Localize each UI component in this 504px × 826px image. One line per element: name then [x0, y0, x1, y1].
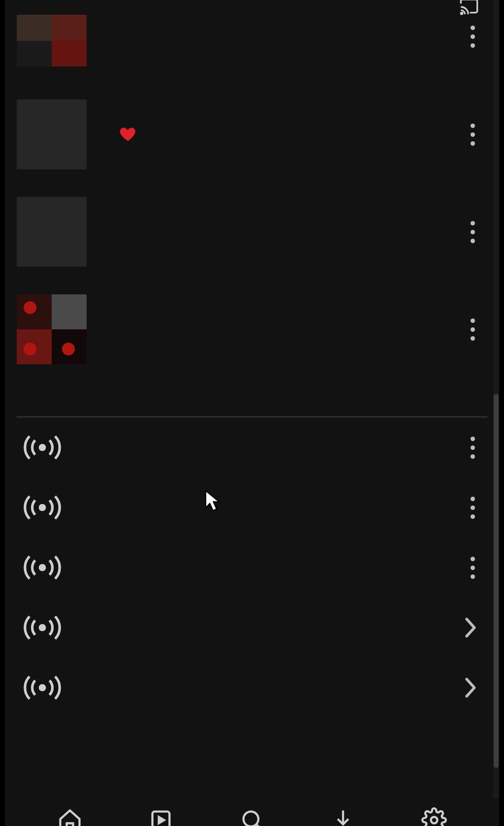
- library-item-fresh[interactable]: [17, 86, 487, 183]
- radio-icon: [22, 675, 63, 700]
- more-vertical-icon: [471, 497, 475, 519]
- svg-point-3: [39, 564, 46, 572]
- section-header-stations: [17, 406, 487, 417]
- cast-icon[interactable]: [458, 0, 480, 17]
- album-art-blank: [17, 197, 87, 267]
- radio-icon: [22, 555, 63, 580]
- more-vertical-icon: [471, 221, 475, 243]
- more-vertical-icon: [471, 26, 475, 48]
- svg-point-7: [244, 812, 258, 826]
- more-button[interactable]: [461, 17, 484, 56]
- album-art-mosaic: [17, 294, 87, 364]
- more-vertical-icon: [471, 437, 475, 459]
- nav-library[interactable]: [144, 811, 178, 826]
- chevron-right-icon: [459, 617, 482, 638]
- station-library-radio[interactable]: [17, 417, 487, 477]
- svg-point-4: [39, 624, 46, 632]
- app-screen: [5, 0, 499, 826]
- more-button[interactable]: [461, 548, 484, 587]
- more-vertical-icon: [471, 557, 475, 579]
- more-button[interactable]: [461, 115, 484, 154]
- radio-icon: [22, 435, 63, 460]
- scrollbar-thumb[interactable]: [494, 394, 499, 768]
- radio-icon: [22, 495, 63, 520]
- radio-icon: [22, 615, 63, 640]
- library-item-title: [109, 126, 438, 143]
- scrollbar-track[interactable]: [493, 0, 499, 826]
- library-item-text: [109, 17, 438, 36]
- heart-icon: [118, 126, 138, 143]
- station-time-travel-radio[interactable]: [17, 477, 487, 538]
- more-button[interactable]: [461, 488, 484, 527]
- chevron-right-icon: [459, 677, 482, 699]
- library-item-text: [109, 328, 438, 330]
- library-item-recently-added[interactable]: [17, 183, 487, 281]
- more-vertical-icon: [471, 124, 475, 146]
- library-item-text: [109, 126, 438, 143]
- album-art-blank: [17, 99, 87, 169]
- nav-download[interactable]: [326, 811, 360, 826]
- library-item-all-music[interactable]: [17, 17, 487, 86]
- bottom-nav: [5, 798, 499, 826]
- library-item-title: [109, 8, 438, 26]
- nav-search[interactable]: [235, 811, 269, 826]
- more-button[interactable]: [461, 428, 484, 467]
- svg-point-5: [39, 684, 46, 692]
- station-style-radio[interactable]: [17, 598, 487, 658]
- station-mood-radio[interactable]: [17, 658, 487, 718]
- nav-home[interactable]: [53, 811, 87, 826]
- app-frame: [0, 0, 504, 826]
- svg-point-0: [461, 13, 462, 14]
- library-item-recently-played[interactable]: [17, 281, 487, 378]
- album-art-mosaic: [17, 15, 87, 66]
- nav-settings[interactable]: [417, 811, 451, 826]
- svg-point-8: [431, 817, 437, 824]
- svg-point-1: [39, 444, 46, 451]
- svg-point-2: [39, 504, 46, 511]
- content-scroll[interactable]: [5, 17, 499, 798]
- more-button[interactable]: [461, 310, 484, 349]
- more-vertical-icon: [471, 318, 475, 341]
- station-random-album-radio[interactable]: [17, 538, 487, 598]
- more-button[interactable]: [461, 212, 484, 252]
